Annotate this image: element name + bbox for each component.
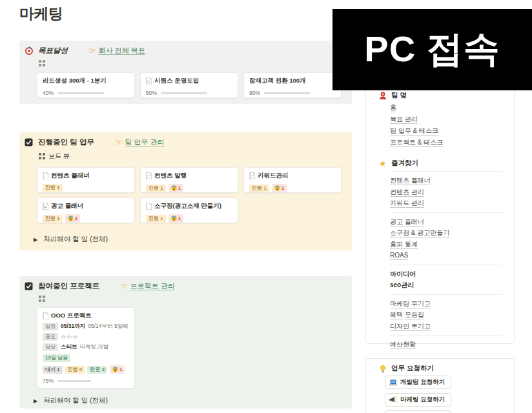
sidebar-item-benefits-collection[interactable]: 혜택 모음집: [390, 309, 514, 321]
goals-section: 목표달성 ☞ 회사 전체 목표 리드생성 300개 - 1분기 40% 시퀀스 …: [19, 41, 352, 104]
request-design-button[interactable]: 디자인 요청하기: [385, 410, 451, 413]
company-goals-link[interactable]: ☞ 회사 전체 목표: [88, 46, 145, 55]
screaming-face-icon: [68, 216, 74, 221]
name-badge-icon: [379, 92, 387, 100]
task-card[interactable]: 광고 플래너 진행 1 1: [37, 197, 135, 223]
board-view-tab[interactable]: 보드 뷰: [39, 152, 352, 161]
screaming-face-icon: [274, 185, 280, 191]
toggle-triangle-icon: ▶: [34, 237, 37, 243]
screaming-face-icon: [112, 367, 118, 372]
status-badge: 진행 1: [43, 215, 63, 223]
progress-percent: 40%: [43, 90, 54, 96]
sidebar-item-goal-management[interactable]: 목표 관리: [390, 114, 514, 125]
sidebar-navigation: 팀 명 홈 목표 관리 팀 업무 & 테스크 프로젝트 & 테스크 ★ 즐겨찾기…: [365, 84, 515, 344]
done-badge: 완료 3: [87, 366, 107, 374]
document-icon: [146, 172, 152, 179]
importance-label: 중요: [43, 333, 58, 341]
sidebar-item-projects-tasks[interactable]: 프로젝트 & 테스크: [390, 137, 514, 148]
goal-card[interactable]: 잠재고객 전환 100개 90%: [243, 72, 342, 98]
projects-section: 참여중인 프로젝트 ☞ 프로젝트 관리 OOO 프로젝트 일정 05/31까지 …: [19, 276, 352, 408]
pc-access-text: PC 접속: [364, 25, 500, 74]
target-icon: [25, 46, 34, 55]
remaining-badge: 10일 남음: [43, 354, 70, 362]
checkbox-icon: [25, 138, 34, 147]
request-dev-team-button[interactable]: 개발팀 요청하기: [385, 376, 451, 389]
document-icon: [43, 203, 48, 210]
sidebar-item-home[interactable]: 홈: [390, 102, 514, 114]
alert-badge: 1: [169, 184, 183, 192]
gallery-view-icon[interactable]: [39, 296, 352, 302]
favorites-group-4: 마케팅 무기고 혜택 모음집 디자인 무기고: [390, 298, 514, 332]
status-badge: 진행 1: [146, 185, 166, 192]
screaming-face-icon: [171, 216, 177, 221]
sidebar-item-team-tasks[interactable]: 팀 업무 & 테스크: [390, 125, 514, 137]
gallery-view-icon[interactable]: [39, 60, 352, 66]
pc-access-banner: PC 접속: [332, 9, 532, 90]
progress-percent: 75%: [43, 378, 54, 384]
todo-toggle[interactable]: ▶ 처리해야 할 일 (전체): [34, 396, 352, 405]
goals-section-title: 목표달성: [38, 46, 68, 55]
sidebar-item-ideas[interactable]: 아이디어: [390, 268, 514, 280]
team-links: 홈 목표 관리 팀 업무 & 테스크 프로젝트 & 테스크: [390, 102, 514, 148]
sidebar-item-keyword-management[interactable]: 키워드 관리: [390, 197, 514, 209]
todo-toggle[interactable]: ▶ 처리해야 할 일 (전체): [34, 235, 352, 244]
document-icon: [43, 312, 48, 319]
sidebar-item-homepage-stats[interactable]: 홈피 통계: [390, 239, 514, 250]
sidebar-item-seo-management[interactable]: seo관리: [390, 279, 514, 291]
alert-badge: 1: [169, 214, 183, 223]
progress-bar: [57, 92, 104, 94]
task-card[interactable]: 소구점(광고소재 만들기) 진행 1 1: [140, 197, 238, 223]
request-header: 업무 요청하기: [391, 364, 434, 373]
star-icon: ★: [379, 159, 387, 168]
divider: [390, 212, 502, 213]
goal-card[interactable]: 리드생성 300개 - 1분기 40%: [37, 72, 135, 98]
sidebar-item-design-arsenal[interactable]: 디자인 무기고: [390, 321, 514, 332]
importance-stars: ☆☆☆: [61, 334, 78, 340]
sidebar-item-content-planner[interactable]: 컨텐츠 플래너: [390, 175, 514, 186]
gallery-view-icon: [39, 153, 45, 159]
projects-title: 참여중인 프로젝트: [38, 281, 99, 291]
alert-badge: 1: [110, 365, 125, 374]
schedule-label: 일정: [43, 323, 58, 330]
alert-badge: 1: [65, 214, 80, 223]
document-icon: [146, 203, 152, 210]
task-card[interactable]: 키워드관리 진행 1 1: [243, 167, 342, 193]
favorites-group-5: 예산현황: [390, 339, 514, 350]
project-card[interactable]: OOO 프로젝트 일정 05/31까지 05/14부터 5일째 중요 ☆☆☆ 담…: [37, 307, 135, 388]
document-icon: [249, 172, 255, 179]
progress-bar: [161, 92, 207, 94]
lightbulb-icon: [379, 365, 387, 373]
checkbox-icon: [25, 282, 34, 291]
sidebar-item-roas[interactable]: ROAS: [390, 250, 514, 261]
goal-card[interactable]: 시퀀스 운영도입 50%: [140, 72, 238, 98]
alert-badge: 1: [272, 184, 287, 192]
sidebar-item-content-management[interactable]: 컨텐츠 관리: [390, 186, 514, 198]
status-badge: 진행 1: [249, 185, 269, 192]
favorites-header: 즐겨찾기: [391, 159, 418, 168]
divider: [390, 335, 502, 336]
sidebar-item-budget-status[interactable]: 예산현황: [390, 339, 514, 350]
toggle-triangle-icon: ▶: [34, 398, 37, 404]
team-tasks-section: 진행중인 팀 업무 ☞ 팀 업무 관리 보드 뷰 컨텐츠 플래너 진행 1: [19, 132, 352, 250]
sidebar-item-ad-creation[interactable]: 소구점 & 광고만들기: [390, 227, 514, 239]
team-tasks-title: 진행중인 팀 업무: [38, 137, 94, 147]
team-task-manage-link[interactable]: ☞ 팀 업무 관리: [115, 137, 165, 147]
task-card[interactable]: 컨텐츠 플래너 진행 1: [37, 167, 135, 193]
status-badge: 진행 1: [146, 215, 166, 223]
team-name-header: 팀 명: [391, 91, 407, 100]
waiting-badge: 대기 1: [43, 366, 63, 374]
request-marketing-button[interactable]: 마케팅 요청하기: [385, 393, 451, 407]
project-manage-link[interactable]: ☞ 프로젝트 관리: [120, 281, 175, 291]
favorites-group-3: 아이디어 seo관리: [390, 268, 514, 291]
sidebar-item-ad-planner[interactable]: 광고 플래너: [390, 216, 514, 228]
task-card[interactable]: 컨텐츠 발행 진행 1 1: [140, 167, 238, 193]
progress-bar: [57, 380, 91, 382]
divider: [390, 265, 502, 265]
pointing-finger-icon: ☞: [88, 46, 96, 55]
marketing-page: 마케팅 목표달성 ☞ 회사 전체 목표 리드생성 300개 - 1분기 40%: [0, 0, 532, 413]
laptop-icon: [389, 379, 397, 386]
favorites-group-2: 광고 플래너 소구점 & 광고만들기 홈피 통계 ROAS: [390, 216, 514, 261]
sidebar-item-marketing-arsenal[interactable]: 마케팅 무기고: [390, 298, 514, 310]
screaming-face-icon: [171, 185, 177, 191]
divider: [390, 294, 502, 295]
